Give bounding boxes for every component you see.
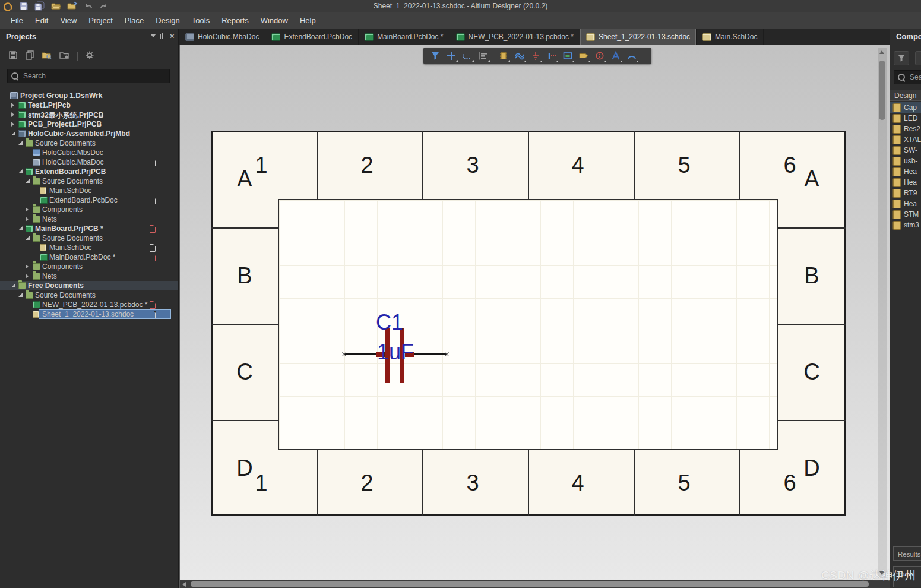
tree-item-source-documents[interactable]: Source Documents: [0, 176, 178, 186]
tree-item-main-schdoc[interactable]: Main.SchDoc: [0, 243, 178, 252]
component-item-sw[interactable]: SW-: [890, 145, 921, 156]
component-item-usb[interactable]: usb-: [890, 156, 921, 166]
menu-file[interactable]: File: [5, 14, 29, 27]
tree-item-holocubic-mbadoc[interactable]: HoloCubic.MbaDoc: [0, 157, 178, 167]
filter-icon[interactable]: [894, 51, 909, 65]
scroll-up-icon[interactable]: [879, 50, 884, 54]
tree-item-mainboard-prjpcb[interactable]: MainBoard.PrjPCB *: [0, 224, 178, 233]
component-item-led[interactable]: LED: [890, 113, 921, 124]
menu-place[interactable]: Place: [119, 14, 150, 27]
collapsed-arrow-icon[interactable]: [26, 264, 29, 269]
doc-tab-holocubic-mbadoc[interactable]: HoloCubic.MbaDoc: [179, 29, 265, 45]
tree-item-sheet-1-2022-01-13-schdoc[interactable]: Sheet_1_2022-01-13.schdoc: [0, 309, 178, 319]
expanded-arrow-icon[interactable]: [18, 226, 23, 230]
tree-item-free-documents[interactable]: Free Documents: [0, 281, 178, 290]
save-icon[interactable]: [19, 1, 29, 11]
horizontal-scrollbar[interactable]: [180, 580, 890, 588]
place-gnd-icon[interactable]: [527, 49, 543, 63]
tree-item-source-documents[interactable]: Source Documents: [0, 290, 178, 300]
tree-item-project-group-1-dsnwrk[interactable]: Project Group 1.DsnWrk: [0, 91, 178, 100]
tree-item-nets[interactable]: Nets: [0, 214, 178, 224]
collapsed-arrow-icon[interactable]: [26, 217, 29, 222]
save-all-icon[interactable]: [34, 1, 45, 11]
projects-search[interactable]: [7, 69, 170, 83]
scroll-left-icon[interactable]: [182, 582, 186, 587]
save-icon[interactable]: [8, 50, 18, 62]
tree-item-components[interactable]: Components: [0, 205, 178, 214]
schematic-canvas[interactable]: C1 1uF 112233445566AABBCCDD: [179, 45, 890, 588]
horizontal-scroll-thumb[interactable]: [191, 581, 869, 587]
component-item-xtal[interactable]: XTAL: [890, 134, 921, 145]
tree-item-stm32-prjpcb[interactable]: stm32最小系统.PrjPCB: [0, 110, 178, 119]
expanded-arrow-icon[interactable]: [26, 179, 30, 183]
collapsed-arrow-icon[interactable]: [11, 122, 14, 127]
open-icon[interactable]: [51, 1, 61, 11]
tree-item-mainboard-pcbdoc[interactable]: MainBoard.PcbDoc *: [0, 252, 178, 262]
move-icon[interactable]: [443, 49, 459, 63]
expanded-arrow-icon[interactable]: [18, 293, 23, 297]
expanded-arrow-icon[interactable]: [26, 236, 30, 240]
menu-project[interactable]: Project: [83, 14, 118, 27]
components-search-input[interactable]: [909, 72, 921, 82]
menu-reports[interactable]: Reports: [216, 14, 255, 27]
menu-window[interactable]: Window: [255, 14, 294, 27]
redo-icon[interactable]: [99, 1, 109, 11]
chevron-down-icon[interactable]: [150, 34, 156, 37]
menu-view[interactable]: View: [54, 14, 83, 27]
tree-item-new-pcb-2022-01-13-pcbdoc[interactable]: NEW_PCB_2022-01-13.pcbdoc *: [0, 300, 178, 309]
components-search[interactable]: [894, 70, 921, 84]
tree-item-test1-prjpcb[interactable]: Test1.PrjPcb: [0, 100, 178, 110]
select-rect-icon[interactable]: [459, 49, 475, 63]
collapsed-arrow-icon[interactable]: [11, 112, 14, 117]
component-item-res2[interactable]: Res2: [890, 124, 921, 134]
menu-design[interactable]: Design: [150, 14, 185, 27]
vertical-scroll-thumb[interactable]: [879, 61, 885, 120]
component-item-rt9[interactable]: RT9: [890, 188, 921, 198]
expanded-arrow-icon[interactable]: [18, 169, 23, 173]
open-document-icon[interactable]: [67, 1, 78, 11]
tree-item-source-documents[interactable]: Source Documents: [0, 138, 178, 148]
place-power-port-icon[interactable]: [543, 49, 559, 63]
component-value[interactable]: 1uF: [377, 340, 414, 365]
settings-gear-icon[interactable]: [85, 50, 94, 62]
place-wire-icon[interactable]: [511, 49, 527, 63]
component-item-cap[interactable]: Cap: [890, 102, 921, 113]
place-arc-icon[interactable]: [624, 49, 640, 63]
component-item-hea[interactable]: Hea: [890, 177, 921, 188]
collapsed-arrow-icon[interactable]: [26, 207, 29, 212]
tree-item-components[interactable]: Components: [0, 262, 178, 271]
place-part-icon[interactable]: [495, 49, 511, 63]
tree-item-holocubic-mbsdoc[interactable]: HoloCubic.MbsDoc: [0, 148, 178, 157]
menu-edit[interactable]: Edit: [29, 14, 54, 27]
menu-help[interactable]: Help: [294, 14, 322, 27]
collapsed-arrow-icon[interactable]: [26, 274, 29, 279]
expanded-arrow-icon[interactable]: [11, 131, 15, 135]
filter-icon[interactable]: [427, 49, 443, 63]
doc-tab-mainboard-pcbdoc[interactable]: MainBoard.PcbDoc *: [359, 29, 450, 45]
component-item-stm[interactable]: STM: [890, 209, 921, 220]
doc-tab-new-pcb-2022-01-13-pcbdoc[interactable]: NEW_PCB_2022-01-13.pcbdoc *: [450, 29, 580, 45]
pin-icon[interactable]: [162, 33, 163, 39]
place-directive-icon[interactable]: [575, 49, 591, 63]
place-no-erc-icon[interactable]: [591, 49, 607, 63]
place-text-icon[interactable]: [607, 49, 624, 63]
close-icon[interactable]: ×: [170, 33, 175, 39]
folder-settings-icon[interactable]: [59, 50, 70, 62]
search-input[interactable]: [22, 71, 166, 81]
tree-item-main-schdoc[interactable]: Main.SchDoc: [0, 186, 178, 195]
component-designator[interactable]: C1: [376, 310, 403, 335]
expanded-arrow-icon[interactable]: [11, 283, 15, 287]
tree-item-nets[interactable]: Nets: [0, 271, 178, 281]
components-column-header[interactable]: Design: [890, 90, 921, 101]
copy-document-icon[interactable]: [25, 50, 34, 62]
tree-item-extendboard-pcbdoc[interactable]: ExtendBoard.PcbDoc: [0, 195, 178, 205]
vertical-scrollbar[interactable]: [878, 48, 887, 578]
collapsed-arrow-icon[interactable]: [11, 103, 14, 108]
component-item-hea[interactable]: Hea: [890, 166, 921, 177]
tree-item-extendboard-prjpcb[interactable]: ExtendBoard.PrjPCB: [0, 167, 178, 176]
doc-tab-sheet-1-2022-01-13-schdoc[interactable]: Sheet_1_2022-01-13.schdoc: [580, 29, 697, 45]
expanded-arrow-icon[interactable]: [18, 141, 23, 145]
place-sheet-symbol-icon[interactable]: [559, 49, 575, 63]
menu-tools[interactable]: Tools: [186, 14, 216, 27]
part-icon[interactable]: [915, 51, 921, 65]
